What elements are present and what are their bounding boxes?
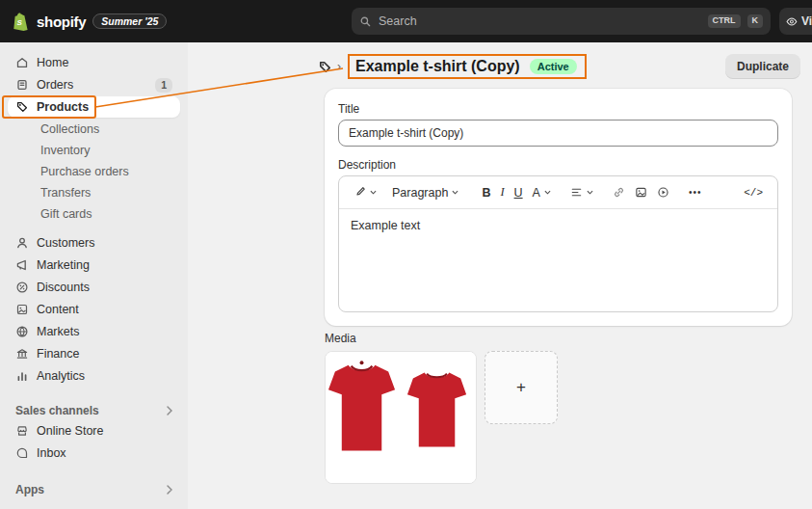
section-label: Sales channels (15, 404, 99, 417)
text-color-button[interactable]: A (528, 182, 556, 203)
shopify-admin: S shopify Summer '25 Search CTRL K Vi Ho… (0, 0, 812, 509)
product-details-card: Title Description Paragraph B I U (325, 89, 792, 326)
text-align-icon (570, 186, 583, 199)
sidebar-item-marketing[interactable]: Marketing (8, 254, 180, 276)
editor-toolbar: Paragraph B I U A (339, 176, 777, 209)
sidebar-item-label: Products (37, 100, 89, 114)
insert-image-button[interactable] (630, 182, 652, 202)
annotated-title-box: Example t-shirt (Copy) Active (348, 54, 587, 79)
tag-icon (15, 100, 29, 114)
chevron-down-icon (370, 190, 377, 195)
description-field-label: Description (338, 158, 778, 172)
paragraph-style-dropdown[interactable]: Paragraph (387, 182, 463, 203)
edition-badge: Summer '25 (92, 13, 167, 29)
home-icon (15, 56, 29, 69)
products-annotation-target: Products (15, 100, 89, 114)
sidebar-item-home[interactable]: Home (8, 52, 180, 73)
chevron-right-icon (167, 406, 172, 415)
sidebar-item-label: Orders (37, 78, 73, 92)
section-label: Apps (15, 483, 44, 496)
sidebar-item-online-store[interactable]: Online Store (8, 420, 180, 442)
topbar: S shopify Summer '25 Search CTRL K Vi (0, 0, 812, 42)
sidebar-item-discounts[interactable]: Discounts (8, 277, 180, 298)
bold-button[interactable]: B (477, 182, 495, 203)
format-brush-icon (354, 186, 366, 199)
sidebar-item-analytics[interactable]: Analytics (8, 365, 180, 387)
shortcut-ctrl-badge: CTRL (708, 14, 741, 28)
description-editor-body[interactable]: Example text (339, 209, 777, 311)
percent-icon (15, 281, 29, 294)
breadcrumb-separator: › (337, 60, 341, 73)
chevron-down-icon (452, 190, 458, 195)
storefront-icon (15, 424, 29, 438)
chevron-right-icon (167, 485, 172, 495)
sidebar-section-sales-channels[interactable]: Sales channels (8, 401, 180, 420)
sidebar-item-label: Home (37, 56, 68, 69)
tshirts-image (326, 351, 476, 484)
logo-wordmark: shopify (37, 13, 86, 30)
image-icon (635, 186, 647, 199)
orders-icon (15, 78, 29, 92)
orders-count-badge: 1 (155, 78, 172, 93)
sidebar-item-orders[interactable]: Orders 1 (8, 74, 180, 95)
rich-text-editor: Paragraph B I U A (338, 175, 778, 312)
eye-icon (786, 16, 798, 27)
media-section-label: Media (325, 332, 800, 345)
insert-video-button[interactable] (652, 182, 674, 202)
shortcut-k-badge: K (747, 14, 764, 28)
duplicate-button[interactable]: Duplicate (725, 54, 800, 79)
search-placeholder: Search (379, 14, 701, 28)
sidebar-item-products[interactable]: Products (8, 96, 180, 118)
sidebar-item-gift-cards[interactable]: Gift cards (8, 203, 180, 225)
sidebar-item-inbox[interactable]: Inbox (8, 442, 180, 464)
media-row: + (325, 351, 812, 484)
person-icon (15, 236, 29, 250)
sidebar-item-inventory[interactable]: Inventory (8, 140, 180, 161)
chevron-down-icon (544, 190, 551, 195)
underline-button[interactable]: U (510, 182, 528, 203)
product-title-input[interactable] (338, 120, 778, 147)
text-align-button[interactable] (565, 182, 598, 202)
sidebar-item-content[interactable]: Content (8, 299, 180, 320)
chat-bubble-icon (15, 446, 29, 460)
chevron-down-icon (587, 190, 593, 195)
status-badge: Active (530, 59, 577, 74)
globe-icon (15, 325, 29, 338)
sidebar-item-purchase-orders[interactable]: Purchase orders (8, 161, 180, 182)
breadcrumb-tag-icon[interactable] (318, 60, 332, 74)
sidebar-section-apps[interactable]: Apps (8, 480, 180, 499)
page-header: › Example t-shirt (Copy) Active Duplicat… (318, 54, 800, 79)
link-icon (613, 186, 625, 199)
video-play-icon (657, 186, 669, 199)
view-button[interactable]: Vi (779, 8, 812, 35)
search-icon (359, 15, 372, 28)
page-title: Example t-shirt (Copy) (355, 58, 520, 75)
code-view-button[interactable]: </> (739, 183, 768, 202)
search-bar[interactable]: Search CTRL K (352, 8, 771, 35)
main-content: › Example t-shirt (Copy) Active Duplicat… (188, 42, 812, 509)
megaphone-icon (15, 258, 29, 272)
italic-button[interactable]: I (495, 181, 509, 203)
product-media-thumbnail[interactable] (325, 351, 477, 484)
sidebar-item-collections[interactable]: Collections (8, 119, 180, 140)
shopify-bag-icon: S (12, 12, 30, 32)
view-button-label: Vi (801, 14, 812, 28)
sidebar-item-markets[interactable]: Markets (8, 321, 180, 342)
shopify-logo[interactable]: S shopify Summer '25 (12, 0, 167, 42)
sidebar-item-finance[interactable]: Finance (8, 343, 180, 364)
format-brush-button[interactable] (349, 182, 381, 202)
sidebar-item-transfers[interactable]: Transfers (8, 182, 180, 203)
bar-chart-icon (15, 369, 29, 383)
sidebar: Home Orders 1 Products Collections Inven… (0, 42, 188, 509)
more-options-button[interactable]: ••• (684, 183, 707, 201)
sidebar-item-customers[interactable]: Customers (8, 232, 180, 254)
bank-icon (15, 347, 29, 361)
add-media-button[interactable]: + (485, 351, 558, 424)
page-image-icon (15, 303, 29, 316)
svg-text:S: S (17, 18, 23, 27)
title-field-label: Title (338, 102, 778, 116)
link-button[interactable] (608, 182, 630, 202)
